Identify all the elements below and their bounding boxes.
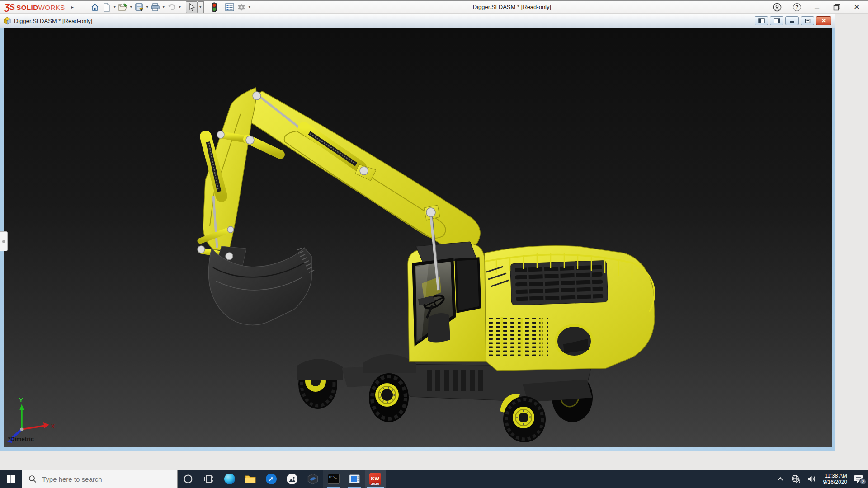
select-tool-caret[interactable]: ▾ bbox=[198, 1, 204, 13]
action-center-button[interactable]: 2 bbox=[854, 474, 863, 483]
excavator-model[interactable] bbox=[198, 88, 655, 442]
undo-button[interactable] bbox=[166, 1, 178, 13]
taskbar-item-explorer[interactable] bbox=[240, 470, 261, 488]
taskbar-item-taskview[interactable] bbox=[198, 470, 219, 488]
account-icon bbox=[773, 3, 782, 12]
left-pane-icon bbox=[758, 18, 765, 23]
notification-badge: 2 bbox=[859, 478, 867, 485]
toolbar-flyout-arrow[interactable]: ▸ bbox=[71, 5, 74, 9]
toggle-left-pane-button[interactable] bbox=[755, 16, 768, 25]
view-orientation-label: *Dimetric bbox=[8, 436, 34, 442]
doc-restore-icon bbox=[805, 19, 811, 23]
3d-viewport[interactable]: Y X *Dimetric bbox=[4, 28, 832, 447]
minimize-button[interactable]: – bbox=[812, 2, 822, 12]
speaker-icon bbox=[807, 474, 817, 483]
tray-clock[interactable]: 11:38 AM 9/16/2020 bbox=[823, 473, 847, 485]
print-icon bbox=[151, 3, 160, 12]
app-window-title: Digger.SLDASM * [Read-only] bbox=[252, 4, 772, 10]
open-button[interactable] bbox=[117, 1, 129, 13]
tray-volume-button[interactable] bbox=[807, 474, 817, 483]
select-tool-group: ▾ bbox=[186, 1, 204, 13]
taskbar-item-3dviewer[interactable] bbox=[302, 470, 323, 488]
desktop: { "app": { "brand": { "mark": "ƷS", "sol… bbox=[0, 0, 868, 488]
start-button[interactable] bbox=[0, 470, 22, 488]
rebuild-stoplight-button[interactable] bbox=[208, 1, 220, 13]
new-document-button[interactable] bbox=[101, 1, 113, 13]
taskbar-item-media-app[interactable] bbox=[344, 470, 365, 488]
wrench-circle-icon bbox=[266, 474, 277, 484]
hexagon-app-icon bbox=[307, 473, 319, 485]
doc-minimize-icon bbox=[789, 19, 795, 23]
right-pane-icon bbox=[774, 18, 780, 23]
document-body: Y X *Dimetric bbox=[0, 28, 835, 451]
task-view-icon bbox=[204, 474, 214, 484]
save-icon bbox=[135, 3, 144, 12]
help-button[interactable]: ? bbox=[792, 2, 802, 12]
file-explorer-icon bbox=[245, 474, 256, 483]
solidworks-logo: ƷS SOLID WORKS bbox=[5, 2, 65, 12]
boom-assembly bbox=[203, 88, 480, 252]
print-caret[interactable]: ▾ bbox=[161, 5, 166, 9]
edge-icon bbox=[224, 474, 235, 484]
taskbar-item-photos[interactable] bbox=[282, 470, 302, 488]
excavator-scene: Y X bbox=[4, 28, 832, 447]
account-button[interactable] bbox=[772, 2, 782, 12]
taskbar: C:\_ SW 2020 bbox=[0, 470, 868, 488]
home-button[interactable] bbox=[89, 1, 101, 13]
solidworks-app-icon: SW 2020 bbox=[369, 473, 381, 485]
toggle-right-pane-button[interactable] bbox=[770, 16, 783, 25]
brand-solid: SOLID bbox=[16, 4, 38, 11]
document-window-controls: ✕ bbox=[755, 16, 831, 25]
taskbar-item-cortana[interactable] bbox=[178, 470, 198, 488]
clock-date: 9/16/2020 bbox=[823, 479, 847, 485]
search-input[interactable] bbox=[42, 475, 155, 483]
blue-window-app-icon bbox=[349, 474, 360, 483]
select-tool-button[interactable] bbox=[186, 1, 198, 13]
save-button[interactable] bbox=[133, 1, 145, 13]
triad-x-label: X bbox=[51, 423, 55, 430]
engine-vent-panel bbox=[510, 260, 608, 305]
undo-caret[interactable]: ▾ bbox=[178, 5, 182, 9]
photos-icon bbox=[287, 474, 297, 484]
search-icon bbox=[28, 475, 37, 483]
quick-access-toolbar: ▾ ▾ ▾ bbox=[89, 1, 252, 13]
doc-minimize-button[interactable] bbox=[785, 16, 799, 25]
print-button[interactable] bbox=[150, 1, 161, 13]
close-icon: ✕ bbox=[854, 3, 859, 11]
taskbar-item-solidworks[interactable]: SW 2020 bbox=[365, 470, 386, 488]
taskbar-item-tools[interactable] bbox=[261, 470, 282, 488]
new-document-caret[interactable]: ▾ bbox=[113, 5, 117, 9]
help-icon: ? bbox=[793, 3, 801, 11]
triad-y-label: Y bbox=[19, 397, 23, 404]
select-cursor-icon bbox=[188, 3, 195, 11]
undo-icon bbox=[167, 3, 176, 12]
cab bbox=[408, 242, 486, 361]
doc-restore-button[interactable] bbox=[801, 16, 814, 25]
pane-handle-dot bbox=[2, 240, 5, 243]
doc-close-button[interactable]: ✕ bbox=[816, 16, 831, 25]
feature-pane-collapsed-tab[interactable] bbox=[0, 231, 8, 251]
windows-logo-icon bbox=[6, 474, 15, 483]
app-window-controls: ? – ✕ bbox=[772, 2, 862, 12]
minimize-icon: – bbox=[815, 5, 819, 9]
options-list-button[interactable] bbox=[224, 1, 236, 13]
taskbar-item-cmd[interactable]: C:\_ bbox=[323, 470, 344, 488]
taskbar-search[interactable] bbox=[22, 470, 178, 488]
cortana-icon bbox=[183, 474, 193, 484]
chevron-up-icon bbox=[776, 475, 784, 483]
home-icon bbox=[90, 3, 99, 12]
assembly-icon bbox=[3, 17, 11, 25]
tray-network-button[interactable] bbox=[791, 474, 801, 484]
network-globe-icon bbox=[791, 474, 801, 484]
settings-button[interactable] bbox=[236, 1, 247, 13]
body-deck bbox=[461, 246, 655, 371]
taskbar-item-edge[interactable] bbox=[219, 470, 240, 488]
close-button[interactable]: ✕ bbox=[852, 2, 862, 12]
settings-caret[interactable]: ▾ bbox=[247, 5, 252, 9]
traffic-light-icon bbox=[212, 2, 217, 12]
tray-chevron-button[interactable] bbox=[776, 475, 784, 483]
cmd-icon: C:\_ bbox=[328, 474, 340, 484]
open-caret[interactable]: ▾ bbox=[129, 5, 133, 9]
restore-button[interactable] bbox=[832, 2, 842, 12]
save-caret[interactable]: ▾ bbox=[145, 5, 150, 9]
